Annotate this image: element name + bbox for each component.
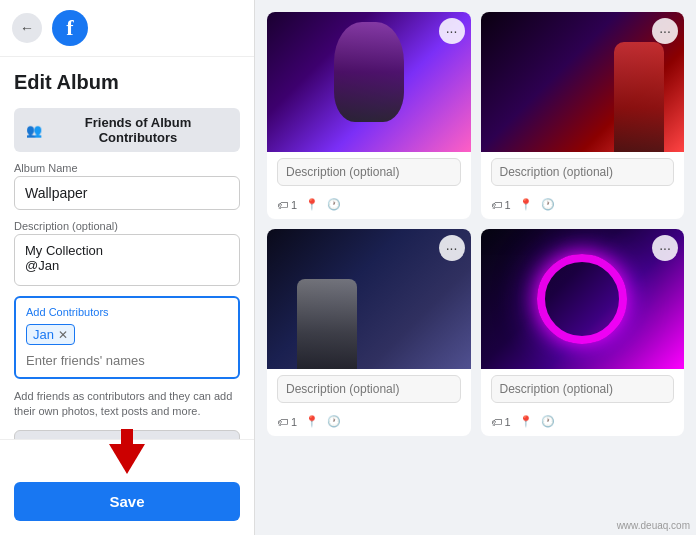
tag-icon-4: 🏷: [491, 416, 502, 428]
location-icon-2: 📍: [519, 198, 533, 211]
photo-caption-3: [267, 369, 471, 411]
add-contributors-box: Add Contributors Jan ✕: [14, 296, 240, 379]
watermark: www.deuaq.com: [617, 520, 690, 531]
location-3: 📍: [305, 415, 319, 428]
time-icon-4: 🕐: [541, 415, 555, 428]
location-2: 📍: [519, 198, 533, 211]
photo-subject-1: [334, 22, 404, 122]
red-arrow-icon: [109, 444, 145, 474]
time-3: 🕐: [327, 415, 341, 428]
photo-caption-4: [481, 369, 685, 411]
location-icon-3: 📍: [305, 415, 319, 428]
bottom-area: Save: [0, 439, 254, 535]
photo-card-2: ··· 🏷 1 📍 🕐: [481, 12, 685, 219]
right-panel: ··· 🏷 1 📍 🕐 ··· 🏷: [255, 0, 696, 535]
tag-icon-1: 🏷: [277, 199, 288, 211]
time-icon-3: 🕐: [327, 415, 341, 428]
photo-caption-1: [267, 152, 471, 194]
album-name-label: Album Name: [14, 162, 240, 174]
tag-icon-2: 🏷: [491, 199, 502, 211]
location-icon-1: 📍: [305, 198, 319, 211]
caption-input-1[interactable]: [277, 158, 461, 186]
photo-image-1: ···: [267, 12, 471, 152]
back-button[interactable]: ←: [12, 13, 42, 43]
photo-meta-1: 🏷 1 📍 🕐: [267, 194, 471, 219]
time-icon-2: 🕐: [541, 198, 555, 211]
photo-more-button-3[interactable]: ···: [439, 235, 465, 261]
album-name-input[interactable]: [14, 176, 240, 210]
save-button[interactable]: Save: [14, 482, 240, 521]
photo-image-2: ···: [481, 12, 685, 152]
left-content: Edit Album 👥 Friends of Album Contributo…: [0, 57, 254, 439]
left-panel: ← f Edit Album 👥 Friends of Album Contri…: [0, 0, 255, 535]
tag-container: Jan ✕: [26, 324, 228, 345]
contributors-label: Add Contributors: [26, 306, 228, 318]
contributors-hint: Add friends as contributors and they can…: [14, 389, 240, 420]
time-icon-1: 🕐: [327, 198, 341, 211]
photo-card-1: ··· 🏷 1 📍 🕐: [267, 12, 471, 219]
people-icon: 👥: [26, 123, 42, 138]
time-2: 🕐: [541, 198, 555, 211]
photo-more-button-4[interactable]: ···: [652, 235, 678, 261]
caption-input-4[interactable]: [491, 375, 675, 403]
facebook-logo: f: [52, 10, 88, 46]
back-icon: ←: [20, 20, 34, 36]
header-bar: ← f: [0, 0, 254, 57]
tag-count-2: 🏷 1: [491, 199, 511, 211]
photo-caption-2: [481, 152, 685, 194]
arrow-wrapper: [0, 444, 254, 474]
photo-meta-4: 🏷 1 📍 🕐: [481, 411, 685, 436]
description-label: Description (optional): [14, 220, 240, 232]
remove-contributor-button[interactable]: ✕: [58, 329, 68, 341]
time-4: 🕐: [541, 415, 555, 428]
location-1: 📍: [305, 198, 319, 211]
description-input[interactable]: My Collection @Jan: [14, 234, 240, 286]
photo-more-button-1[interactable]: ···: [439, 18, 465, 44]
tag-count-1: 🏷 1: [277, 199, 297, 211]
time-1: 🕐: [327, 198, 341, 211]
photo-subject-4: [537, 254, 627, 344]
location-icon-4: 📍: [519, 415, 533, 428]
contributors-button[interactable]: 👥 Friends of Album Contributors: [14, 108, 240, 152]
caption-input-2[interactable]: [491, 158, 675, 186]
location-4: 📍: [519, 415, 533, 428]
contributor-tag-name: Jan: [33, 327, 54, 342]
photo-subject-2: [614, 42, 664, 152]
photo-subject-3: [297, 279, 357, 369]
caption-input-3[interactable]: [277, 375, 461, 403]
album-name-group: Album Name: [14, 162, 240, 210]
contributors-input[interactable]: [26, 353, 228, 368]
description-group: Description (optional) My Collection @Ja…: [14, 220, 240, 286]
tag-count-3: 🏷 1: [277, 416, 297, 428]
tag-count-4: 🏷 1: [491, 416, 511, 428]
photo-more-button-2[interactable]: ···: [652, 18, 678, 44]
photo-card-4: ··· 🏷 1 📍 🕐: [481, 229, 685, 436]
page-title: Edit Album: [14, 71, 240, 94]
photo-meta-3: 🏷 1 📍 🕐: [267, 411, 471, 436]
photo-card-3: ··· 🏷 1 📍 🕐: [267, 229, 471, 436]
contributor-tag: Jan ✕: [26, 324, 75, 345]
description-line2: @Jan: [25, 258, 229, 273]
description-line1: My Collection: [25, 243, 229, 258]
photo-image-3: ···: [267, 229, 471, 369]
photo-image-4: ···: [481, 229, 685, 369]
photo-meta-2: 🏷 1 📍 🕐: [481, 194, 685, 219]
tag-icon-3: 🏷: [277, 416, 288, 428]
